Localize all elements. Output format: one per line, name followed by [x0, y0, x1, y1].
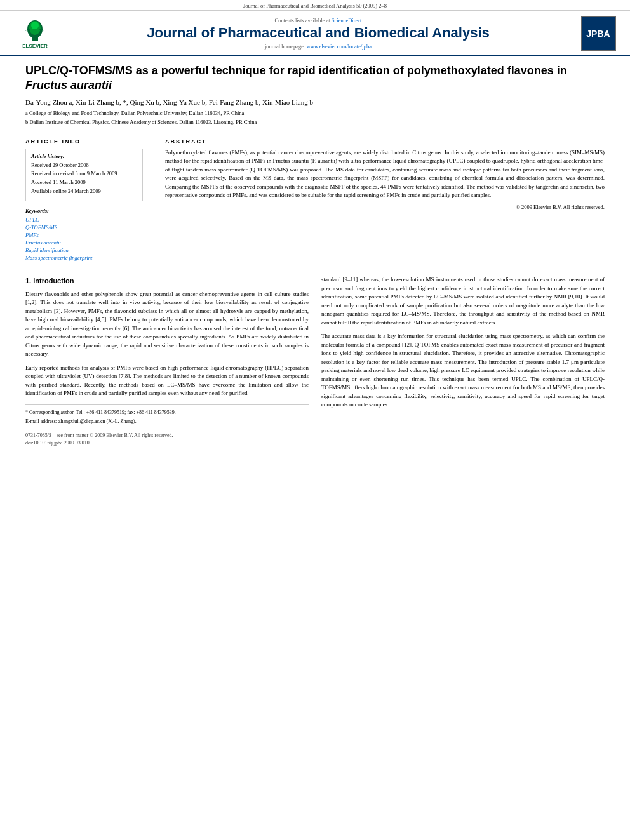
intro-para3: standard [9–11] whereas, the low-resolut… — [321, 276, 605, 327]
abstract-column: ABSTRACT Polymethoxylated flavones (PMFs… — [165, 138, 605, 263]
keyword-2: Q-TOFMS/MS — [25, 224, 143, 230]
body-col-left: 1. Introduction Dietary flavonoids and o… — [25, 276, 309, 447]
abstract-header: ABSTRACT — [165, 138, 605, 145]
issn-text: 0731-7085/$ – see front matter © 2009 El… — [25, 432, 309, 439]
affiliation-b: b Dalian Institute of Chemical Physics, … — [25, 119, 605, 126]
contents-label: Contents lists available at — [275, 17, 330, 23]
keyword-4: Fructus aurantii — [25, 239, 143, 246]
page-wrapper: Journal of Pharmaceutical and Biomedical… — [0, 0, 630, 840]
intro-title: 1. Introduction — [25, 276, 309, 286]
sciencedirect-link[interactable]: ScienceDirect — [332, 17, 362, 23]
article-history-box: Article history: Received 29 October 200… — [25, 149, 143, 202]
accepted-date: Accepted 11 March 2009 — [31, 179, 137, 187]
article-title-text: UPLC/Q-TOFMS/MS as a powerful technique … — [25, 64, 567, 77]
body-col-right: standard [9–11] whereas, the low-resolut… — [321, 276, 605, 447]
copyright-line: © 2009 Elsevier B.V. All rights reserved… — [165, 204, 605, 210]
intro-para4: The accurate mass data is a key informat… — [321, 332, 605, 410]
jpba-logo-box: JPBA — [581, 16, 616, 51]
journal-header: ELSEVIER Contents lists available at Sci… — [0, 11, 630, 56]
footnote-email: E-mail address: zhangxiuli@dicp.ac.cn (X… — [25, 418, 309, 425]
authors-line: Da-Yong Zhou a, Xiu-Li Zhang b, *, Qing … — [25, 98, 605, 106]
footer-notes: * Corresponding author. Tel.: +86 411 84… — [25, 404, 309, 425]
journal-homepage: journal homepage: www.elsevier.com/locat… — [67, 43, 569, 50]
journal-citation-bar: Journal of Pharmaceutical and Biomedical… — [0, 0, 630, 11]
jpba-logo: JPBA — [579, 16, 617, 51]
received-date: Received 29 October 2008 — [31, 162, 137, 170]
info-abstract-section: ARTICLE INFO Article history: Received 2… — [25, 138, 605, 263]
article-title: UPLC/Q-TOFMS/MS as a powerful technique … — [25, 63, 605, 93]
article-info-header: ARTICLE INFO — [25, 138, 143, 145]
abstract-text: Polymethoxylated flavones (PMFs), as pot… — [165, 149, 605, 200]
article-content: UPLC/Q-TOFMS/MS as a powerful technique … — [0, 56, 630, 455]
revised-date: Received in revised form 9 March 2009 — [31, 170, 137, 178]
article-title-italic: Fructus aurantii — [25, 79, 112, 91]
footer-issn: 0731-7085/$ – see front matter © 2009 El… — [25, 429, 309, 447]
affiliations: a College of Biology and Food Technology… — [25, 110, 605, 126]
divider-bottom — [25, 270, 605, 270]
available-date: Available online 24 March 2009 — [31, 188, 137, 196]
journal-title-block: Contents lists available at ScienceDirec… — [67, 17, 569, 50]
keywords-box: Keywords: UPLC Q-TOFMS/MS PMFs Fructus a… — [25, 208, 143, 261]
keyword-3: PMFs — [25, 232, 143, 238]
doi-text: doi:10.1016/j.jpba.2009.03.010 — [25, 439, 309, 447]
keyword-6: Mass spectrometric fingerprint — [25, 255, 143, 261]
contents-available-line: Contents lists available at ScienceDirec… — [67, 17, 569, 23]
intro-para1: Dietary flavonoids and other polyphenols… — [25, 290, 309, 359]
affiliation-a: a College of Biology and Food Technology… — [25, 110, 605, 117]
footnote-star: * Corresponding author. Tel.: +86 411 84… — [25, 409, 309, 416]
elsevier-label: ELSEVIER — [22, 43, 48, 49]
intro-para2: Early reported methods for analysis of P… — [25, 364, 309, 398]
keyword-5: Rapid identification — [25, 247, 143, 253]
journal-name: Journal of Pharmaceutical and Biomedical… — [67, 25, 569, 41]
authors-text: Da-Yong Zhou a, Xiu-Li Zhang b, *, Qing … — [25, 98, 313, 106]
journal-citation: Journal of Pharmaceutical and Biomedical… — [243, 3, 387, 9]
body-section: 1. Introduction Dietary flavonoids and o… — [25, 276, 605, 447]
homepage-url[interactable]: www.elsevier.com/locate/jpba — [307, 43, 372, 50]
elsevier-logo: ELSEVIER — [13, 18, 57, 49]
keywords-title: Keywords: — [25, 208, 143, 214]
homepage-label: journal homepage: — [265, 43, 305, 50]
divider-top — [25, 133, 605, 133]
keyword-1: UPLC — [25, 217, 143, 223]
svg-point-3 — [31, 22, 39, 29]
article-info-column: ARTICLE INFO Article history: Received 2… — [25, 138, 152, 263]
history-title: Article history: — [31, 153, 137, 159]
